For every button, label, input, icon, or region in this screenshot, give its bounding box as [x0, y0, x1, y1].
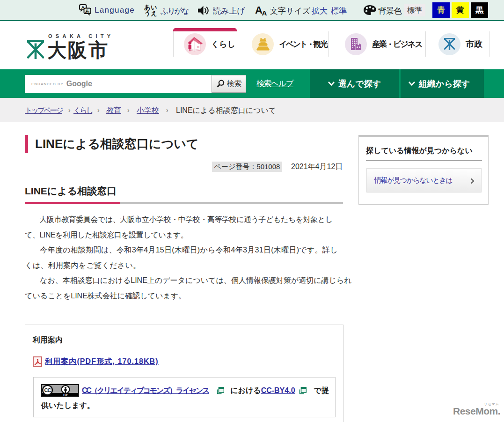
svg-text:BY: BY — [63, 393, 68, 397]
svg-text:あ: あ — [85, 8, 90, 14]
svg-text:CC: CC — [44, 387, 51, 393]
svg-text:A: A — [81, 5, 85, 10]
svg-text:A: A — [262, 9, 267, 16]
